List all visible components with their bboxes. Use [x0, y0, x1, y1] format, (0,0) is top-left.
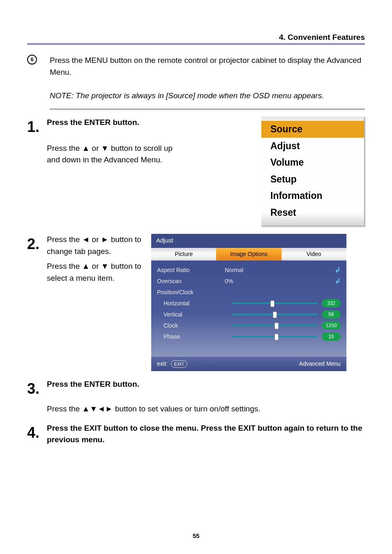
phase-slider[interactable]: 15: [231, 332, 341, 341]
overscan-label: Overscan: [157, 277, 225, 286]
enter-icon: ↲: [334, 276, 341, 287]
clock-label: Clock: [157, 321, 231, 330]
aspect-ratio-label: Aspect Ratio: [157, 266, 225, 275]
horizontal-label: Horizontal: [157, 299, 231, 308]
source-menu-item[interactable]: Volume: [261, 154, 364, 171]
phase-value: 15: [322, 332, 341, 341]
step2-line2: Press the ▲ or ▼ button to select a menu…: [47, 261, 141, 284]
step3-number: 3.: [27, 379, 47, 415]
page-number: 55: [0, 532, 392, 539]
step1-line2: Press the ▲ or ▼ button to scroll up and…: [47, 143, 174, 166]
phase-label: Phase: [157, 332, 231, 341]
step1-number: 1.: [27, 117, 47, 226]
source-menu-item[interactable]: Source: [261, 121, 364, 138]
enter-icon: ↲: [334, 265, 341, 276]
source-menu-item[interactable]: Adjust: [261, 138, 364, 155]
bullet-number: 6: [27, 55, 37, 65]
intro-note: NOTE: The projector is always in [Source…: [50, 90, 365, 102]
exit-label: exit:: [157, 360, 168, 367]
vertical-label: Vertical: [157, 310, 231, 319]
overscan-value[interactable]: 0%: [225, 277, 291, 286]
vertical-slider[interactable]: 56: [231, 310, 341, 319]
source-menu-item[interactable]: Information: [261, 187, 364, 204]
divider: [50, 109, 365, 109]
aspect-ratio-value[interactable]: Normal: [225, 266, 291, 275]
step3-line1: Press the ENTER button.: [47, 379, 365, 390]
position-clock-label: Position/Clock: [157, 288, 225, 297]
step2-line1: Press the ◄ or ► button to change tab pa…: [47, 234, 141, 257]
tab-video[interactable]: Video: [281, 248, 346, 261]
step3-line2: Press the ▲▼◄► button to set values or t…: [47, 403, 365, 415]
source-menu-item[interactable]: Reset: [261, 204, 364, 221]
exit-button[interactable]: EXIT: [171, 360, 187, 368]
step2-number: 2.: [27, 234, 47, 371]
clock-slider[interactable]: 1250: [231, 321, 341, 330]
tab-image-options[interactable]: Image Options: [216, 248, 281, 261]
horizontal-value: 332: [322, 299, 341, 307]
step4-number: 4.: [27, 422, 47, 446]
source-menu[interactable]: Source Adjust Volume Setup Information R…: [261, 117, 365, 226]
step1-line1: Press the ENTER button.: [47, 117, 174, 129]
clock-value: 1250: [322, 321, 341, 330]
section-title: 4. Convenient Features: [27, 33, 365, 44]
adjust-panel: Adjust Picture Image Options Video Aspec…: [151, 234, 346, 371]
adjust-title: Adjust: [151, 234, 346, 248]
adjust-tabs: Picture Image Options Video: [151, 248, 346, 261]
source-menu-item[interactable]: Setup: [261, 171, 364, 188]
tab-picture[interactable]: Picture: [151, 248, 216, 261]
intro-text: Press the MENU button on the remote cont…: [50, 55, 365, 78]
vertical-value: 56: [322, 310, 341, 319]
menu-mode: Advanced Menu: [299, 360, 341, 368]
horizontal-slider[interactable]: 332: [231, 299, 341, 307]
step4-text: Press the EXIT button to close the menu.…: [47, 422, 365, 446]
